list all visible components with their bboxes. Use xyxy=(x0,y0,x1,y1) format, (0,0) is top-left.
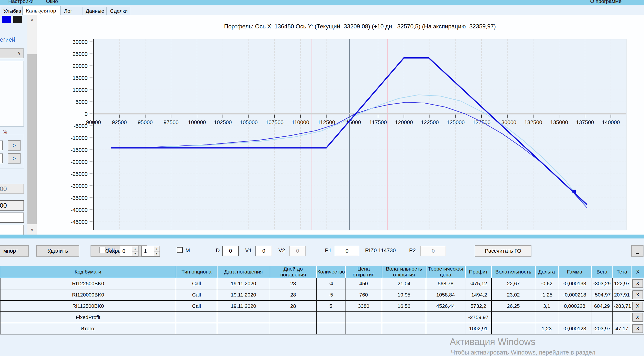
column-header[interactable]: Цена открытия xyxy=(345,266,382,278)
dh-label: DH xyxy=(108,247,116,254)
cell: -0,000218 xyxy=(558,289,591,300)
menu-window[interactable]: Окно xyxy=(46,0,58,4)
spin-up-icon[interactable]: ▲ xyxy=(132,246,138,251)
remove-row-button[interactable]: X xyxy=(632,290,643,299)
column-header[interactable]: Тип опциона xyxy=(176,266,217,278)
y-tick-label: -10000 xyxy=(71,135,88,141)
import-button[interactable]: мпорт xyxy=(0,245,29,257)
tab-trades[interactable]: Сделки xyxy=(107,7,130,15)
v2-label: V2 xyxy=(278,247,285,254)
column-header[interactable]: Тета xyxy=(613,266,631,278)
spin-up-icon[interactable]: ▲ xyxy=(154,246,160,251)
cell: 22,67 xyxy=(492,278,535,289)
v2-input[interactable] xyxy=(289,246,306,256)
cell: 28 xyxy=(270,289,316,300)
column-header[interactable]: Волатильность xyxy=(492,266,535,278)
column-header[interactable]: Количество xyxy=(316,266,345,278)
dh-checkbox[interactable] xyxy=(99,247,106,253)
x-tick-label: 102500 xyxy=(214,119,232,125)
strategy-listbox[interactable] xyxy=(0,61,24,127)
strategy-link[interactable]: егией xyxy=(0,36,15,43)
m-label: M xyxy=(186,247,190,254)
menu-bar: Настройки Окно О программе xyxy=(0,0,644,6)
color-swatch-black[interactable] xyxy=(13,16,22,23)
calc-margin-button[interactable]: Рассчитать ГО xyxy=(475,245,532,257)
v1-input[interactable] xyxy=(256,246,272,256)
cell xyxy=(613,312,631,323)
p1-input[interactable] xyxy=(335,246,359,256)
column-header[interactable]: Код бумаги xyxy=(0,266,176,278)
plot-area[interactable] xyxy=(94,39,626,230)
cell xyxy=(217,312,270,323)
spinner-value: 1 xyxy=(144,248,147,254)
tab-smile[interactable]: Улыбка xyxy=(0,7,22,15)
percent-group-label: % xyxy=(2,129,8,135)
column-header[interactable]: Дней до погашения xyxy=(270,266,316,278)
column-header[interactable]: Дельта xyxy=(535,266,558,278)
cell: 16,56 xyxy=(382,300,426,312)
activation-watermark-title: Активация Windows xyxy=(450,337,535,347)
column-header[interactable]: Дата погашения xyxy=(217,266,270,278)
scroll-down-icon[interactable]: ∨ xyxy=(28,225,37,235)
column-header[interactable]: Вега xyxy=(591,266,613,278)
cell: 19.11.2020 xyxy=(217,289,270,300)
x-tick-label: 92500 xyxy=(112,119,127,125)
positions-table: Код бумагиТип опционаДата погашенияДней … xyxy=(0,266,644,334)
column-header[interactable]: Волатильность открытия xyxy=(382,266,426,278)
param-field-1[interactable] xyxy=(0,212,24,223)
sidebar-scrollbar[interactable]: ∧ ∨ xyxy=(28,15,37,235)
column-header[interactable]: Профит xyxy=(465,266,492,278)
x-tick-label: 127500 xyxy=(472,119,490,125)
cell: -0,000133 xyxy=(558,278,591,289)
x-tick-label: 135000 xyxy=(550,119,568,125)
cell: -303,29 xyxy=(591,278,613,289)
positions-toolbar: мпорт Удалить Сохранить DH 0 ▲▼ 1 ▲▼ M D… xyxy=(0,238,644,266)
horizontal-splitter[interactable] xyxy=(0,235,644,238)
remove-row-button[interactable]: X xyxy=(632,279,643,288)
tab-calculator[interactable]: Калькулятор xyxy=(22,6,61,15)
chart-panel: -45000-40000-35000-30000-25000-20000-150… xyxy=(37,15,644,235)
cell: -475,12 xyxy=(465,278,492,289)
portfolio-chart[interactable]: -45000-40000-35000-30000-25000-20000-150… xyxy=(37,15,644,235)
param-field-2[interactable] xyxy=(0,225,24,235)
remove-row-button[interactable]: X xyxy=(632,324,643,333)
step-field[interactable] xyxy=(0,184,24,194)
remove-row-button[interactable]: X xyxy=(632,313,643,322)
remove-row-button[interactable]: X xyxy=(632,302,643,310)
column-header[interactable]: X xyxy=(631,266,644,278)
x-tick-label: 132500 xyxy=(524,119,542,125)
menu-about[interactable]: О программе xyxy=(590,0,622,4)
cell: 568,78 xyxy=(426,278,465,289)
cell xyxy=(492,312,535,323)
percent-input-2[interactable] xyxy=(0,154,3,163)
color-swatch-blue[interactable] xyxy=(2,16,11,23)
x-tick-label: 100000 xyxy=(188,119,206,125)
dh-spinner-2[interactable]: 1 ▲▼ xyxy=(142,246,160,257)
menu-settings[interactable]: Настройки xyxy=(8,0,34,4)
y-tick-label: 15000 xyxy=(73,75,88,81)
cell: X xyxy=(631,323,644,334)
column-header[interactable]: Теоретическая цена xyxy=(426,266,465,278)
dh-spinner-1[interactable]: 0 ▲▼ xyxy=(120,246,138,257)
cell: Call xyxy=(176,289,217,300)
apply-percent-2-button[interactable]: > xyxy=(8,153,20,164)
percent-input-1[interactable] xyxy=(0,141,3,150)
range-field[interactable] xyxy=(0,200,24,211)
column-header[interactable]: Гамма xyxy=(558,266,591,278)
d-input[interactable] xyxy=(222,246,239,256)
strategy-combobox[interactable]: ∨ xyxy=(0,48,24,58)
m-checkbox[interactable] xyxy=(177,247,183,253)
cell xyxy=(345,323,382,334)
scrollbar-thumb[interactable] xyxy=(28,54,37,224)
x-tick-label: 105000 xyxy=(240,119,258,125)
minimize-button[interactable]: _ xyxy=(631,245,644,257)
delete-button[interactable]: Удалить xyxy=(36,245,79,257)
tab-log[interactable]: Лог xyxy=(61,7,82,15)
scroll-up-icon[interactable]: ∧ xyxy=(28,15,37,25)
p2-input[interactable] xyxy=(420,246,446,256)
cell: 23,02 xyxy=(492,289,535,300)
tab-data[interactable]: Данные xyxy=(82,7,107,15)
apply-percent-1-button[interactable]: > xyxy=(8,140,20,151)
spin-down-icon[interactable]: ▼ xyxy=(154,251,160,256)
spin-down-icon[interactable]: ▼ xyxy=(132,251,138,256)
